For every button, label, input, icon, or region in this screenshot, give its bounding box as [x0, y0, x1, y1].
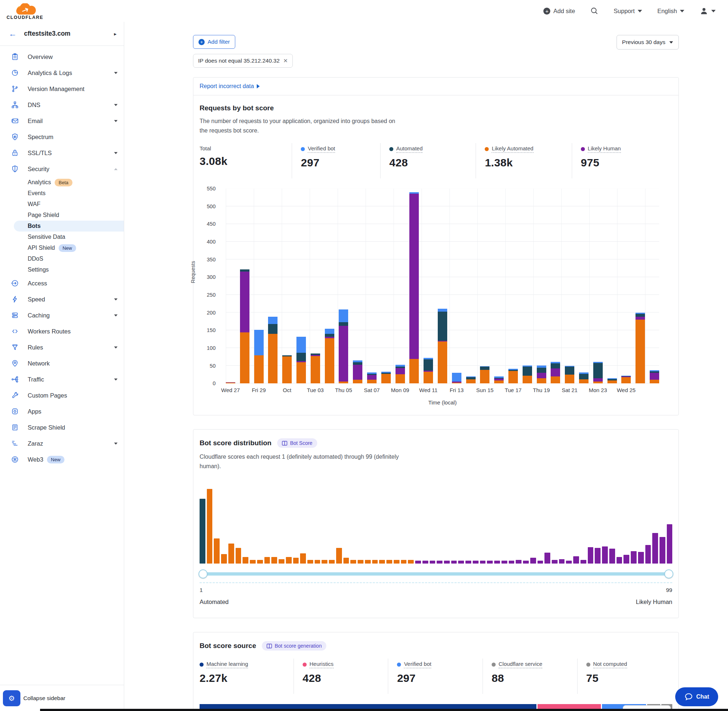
back-arrow-icon[interactable]: ←: [9, 29, 17, 38]
sidebar-item-web3[interactable]: Web3New: [0, 451, 124, 468]
histogram-bar[interactable]: [343, 558, 349, 563]
histogram-bar[interactable]: [545, 553, 550, 564]
sidebar-item-apps[interactable]: Apps: [0, 403, 124, 419]
language-menu[interactable]: English: [657, 7, 684, 15]
histogram-bar[interactable]: [523, 561, 529, 563]
histogram-bar[interactable]: [645, 545, 651, 563]
histogram-bar[interactable]: [315, 560, 320, 563]
stat-label-text[interactable]: Cloudflare service: [499, 661, 542, 668]
stacked-bar[interactable]: [254, 330, 264, 384]
histogram-bar[interactable]: [379, 560, 385, 563]
histogram-bar[interactable]: [199, 499, 205, 563]
stacked-bar[interactable]: [565, 366, 574, 384]
bot-score-badge[interactable]: Bot Score: [277, 438, 317, 448]
sidebar-item-workers-routes[interactable]: Workers Routes: [0, 323, 124, 339]
stacked-bar[interactable]: [551, 362, 560, 384]
histogram-bar[interactable]: [372, 560, 378, 563]
histogram-bar[interactable]: [242, 557, 248, 563]
date-range-select[interactable]: Previous 30 days: [617, 35, 679, 50]
stacked-bar[interactable]: [409, 192, 419, 384]
stacked-bar[interactable]: [466, 376, 475, 384]
gear-icon[interactable]: ⚙: [3, 690, 21, 706]
account-menu[interactable]: [700, 7, 716, 15]
sidebar-item-scrape-shield[interactable]: Scrape Shield: [0, 419, 124, 435]
stacked-bar[interactable]: [297, 337, 306, 384]
histogram-bar[interactable]: [538, 561, 543, 563]
histogram-bar[interactable]: [336, 548, 342, 563]
stacked-bar[interactable]: [523, 366, 532, 384]
histogram-bar[interactable]: [444, 561, 450, 563]
stacked-bar[interactable]: [537, 366, 546, 384]
stacked-bar[interactable]: [508, 369, 518, 384]
histogram-bar[interactable]: [638, 552, 644, 564]
stacked-bar[interactable]: [226, 382, 235, 384]
histogram-bar[interactable]: [228, 544, 234, 563]
sidebar-item-events[interactable]: Events: [0, 188, 124, 199]
histogram-bar[interactable]: [257, 560, 263, 563]
chevron-right-icon[interactable]: ▸: [114, 31, 117, 37]
stat-label-text[interactable]: Machine learning: [207, 661, 248, 668]
histogram-bar[interactable]: [221, 554, 227, 564]
sidebar-item-overview[interactable]: Overview: [0, 49, 124, 65]
stacked-bar[interactable]: [339, 310, 348, 384]
stat-label-text[interactable]: Heuristics: [310, 661, 334, 668]
histogram-bar[interactable]: [509, 561, 515, 563]
histogram-bar[interactable]: [322, 560, 328, 563]
histogram-bar[interactable]: [408, 560, 414, 563]
histogram-bar[interactable]: [415, 561, 421, 563]
sidebar-item-settings[interactable]: Settings: [0, 264, 124, 275]
histogram-bar[interactable]: [458, 561, 464, 563]
slider-handle-max[interactable]: [664, 569, 673, 578]
histogram-bar[interactable]: [573, 556, 579, 564]
stacked-bar[interactable]: [438, 309, 447, 384]
stat-label-text[interactable]: Not computed: [593, 661, 627, 668]
stacked-bar[interactable]: [607, 378, 617, 384]
sidebar-item-version-management[interactable]: Version Management: [0, 81, 124, 97]
stacked-bar[interactable]: [381, 372, 391, 384]
histogram-bar[interactable]: [357, 560, 363, 563]
slider-track[interactable]: [199, 572, 672, 575]
close-icon[interactable]: ✕: [284, 58, 288, 64]
histogram-bar[interactable]: [437, 561, 443, 563]
sidebar-item-sensitive-data[interactable]: Sensitive Data: [0, 232, 124, 242]
add-site-button[interactable]: + Add site: [543, 7, 575, 15]
histogram-bar[interactable]: [271, 557, 277, 563]
stacked-bar[interactable]: [424, 358, 433, 384]
add-filter-button[interactable]: + Add filter: [193, 35, 235, 49]
stacked-bar[interactable]: [353, 360, 362, 384]
stacked-bar[interactable]: [282, 356, 292, 384]
stat-label-text[interactable]: Likely Automated: [492, 145, 533, 153]
sidebar-item-zaraz[interactable]: Zaraz: [0, 435, 124, 451]
sidebar-item-spectrum[interactable]: Spectrum: [0, 129, 124, 145]
sidebar-item-analytics-logs[interactable]: Analytics & Logs: [0, 65, 124, 81]
sidebar-item-ssl-tls[interactable]: SSL/TLS: [0, 145, 124, 161]
histogram-bar[interactable]: [580, 560, 586, 563]
sidebar-item-custom-pages[interactable]: Custom Pages: [0, 387, 124, 403]
sidebar-item-security[interactable]: Security: [0, 161, 124, 177]
histogram-bar[interactable]: [623, 555, 629, 564]
stat-label-text[interactable]: Verified bot: [404, 661, 431, 668]
sidebar-item-email[interactable]: Email: [0, 113, 124, 129]
histogram-bar[interactable]: [430, 561, 436, 563]
sidebar-item-bots[interactable]: Bots: [14, 221, 124, 232]
stacked-bar[interactable]: [593, 362, 603, 384]
histogram-bar[interactable]: [286, 557, 292, 563]
sidebar-item-analytics[interactable]: AnalyticsBeta: [0, 177, 124, 188]
sidebar-item-speed[interactable]: Speed: [0, 291, 124, 307]
sidebar-item-traffic[interactable]: Traffic: [0, 371, 124, 387]
histogram-bar[interactable]: [293, 558, 299, 563]
histogram-bar[interactable]: [480, 561, 486, 563]
histogram-bar[interactable]: [350, 560, 356, 563]
histogram-bar[interactable]: [451, 561, 457, 563]
stacked-bar[interactable]: [579, 372, 589, 384]
stat-label-text[interactable]: Verified bot: [308, 145, 335, 153]
cloudflare-logo[interactable]: CLOUDFLARE: [7, 3, 43, 20]
histogram-bar[interactable]: [307, 560, 313, 563]
sidebar-item-access[interactable]: Access: [0, 275, 124, 291]
histogram-bar[interactable]: [652, 533, 658, 563]
support-menu[interactable]: Support: [614, 7, 642, 15]
sidebar-item-network[interactable]: Network: [0, 356, 124, 371]
histogram-bar[interactable]: [588, 547, 594, 563]
histogram-bar[interactable]: [394, 560, 400, 563]
search-button[interactable]: [590, 7, 598, 15]
